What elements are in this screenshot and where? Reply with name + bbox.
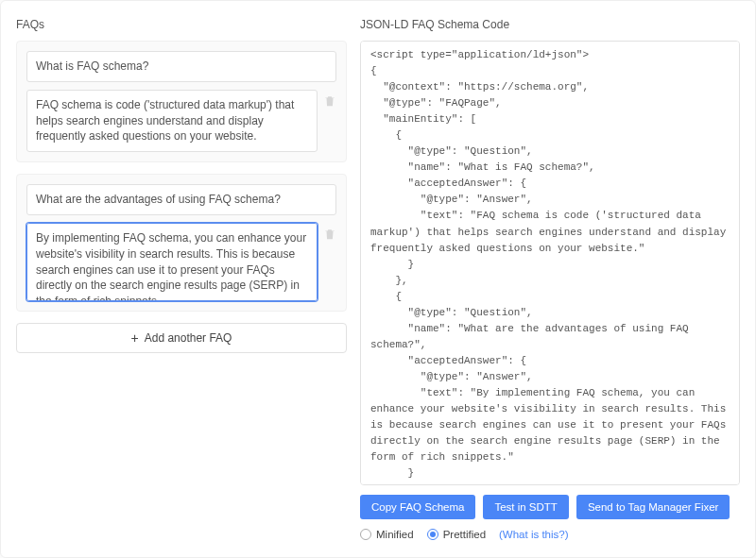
format-radio-row: Minified Prettified (What is this?)	[360, 529, 740, 540]
faq-question-input[interactable]	[26, 184, 336, 215]
faq-answer-input[interactable]: FAQ schema is code ('structured data mar…	[26, 90, 318, 152]
action-buttons-row: Copy FAQ Schema Test in SDTT Send to Tag…	[360, 495, 740, 519]
code-title: JSON-LD FAQ Schema Code	[360, 18, 740, 31]
what-is-this-link[interactable]: (What is this?)	[499, 529, 569, 540]
copy-schema-button[interactable]: Copy FAQ Schema	[360, 495, 475, 519]
code-column: JSON-LD FAQ Schema Code <script type="ap…	[360, 18, 740, 540]
faqs-title: FAQs	[16, 18, 347, 31]
faq-answer-row: By implementing FAQ schema, you can enha…	[26, 223, 336, 301]
faqs-column: FAQs FAQ schema is code ('structured dat…	[16, 18, 347, 540]
faq-item: FAQ schema is code ('structured data mar…	[16, 41, 347, 162]
minified-label: Minified	[376, 529, 414, 540]
add-faq-button[interactable]: + Add another FAQ	[16, 323, 347, 353]
prettified-radio[interactable]: Prettified	[427, 529, 486, 540]
radio-icon	[360, 529, 371, 540]
faq-answer-row: FAQ schema is code ('structured data mar…	[26, 90, 336, 152]
app-container: FAQs FAQ schema is code ('structured dat…	[0, 0, 756, 558]
trash-icon[interactable]	[323, 93, 336, 109]
radio-icon	[427, 529, 438, 540]
test-sdtt-button[interactable]: Test in SDTT	[483, 495, 568, 519]
faq-question-input[interactable]	[26, 51, 336, 82]
minified-radio[interactable]: Minified	[360, 529, 414, 540]
prettified-label: Prettified	[443, 529, 486, 540]
trash-icon[interactable]	[323, 227, 336, 242]
send-tag-manager-button[interactable]: Send to Tag Manager Fixer	[576, 495, 730, 519]
plus-icon: +	[131, 331, 139, 345]
schema-code-output[interactable]: <script type="application/ld+json"> { "@…	[360, 41, 740, 485]
faq-item: By implementing FAQ schema, you can enha…	[16, 174, 347, 312]
faq-answer-input[interactable]: By implementing FAQ schema, you can enha…	[26, 223, 318, 301]
add-faq-label: Add another FAQ	[145, 331, 232, 345]
